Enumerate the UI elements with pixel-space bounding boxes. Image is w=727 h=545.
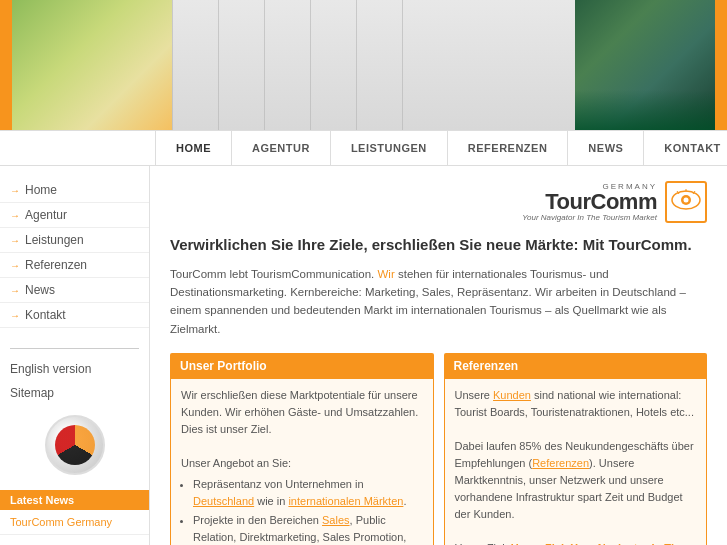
- arrow-icon: →: [10, 235, 20, 246]
- sidebar-divider: [10, 348, 139, 349]
- nav-item-kontakt[interactable]: KONTAKT: [644, 130, 727, 166]
- banner-left-image: [12, 0, 172, 130]
- banner-right-image: [575, 0, 715, 130]
- arrow-icon: →: [10, 285, 20, 296]
- latest-news-bar: Latest News: [0, 490, 149, 510]
- sidebar-item-kontakt[interactable]: → Kontakt: [0, 303, 149, 328]
- arrow-icon: →: [10, 310, 20, 321]
- banner-center: [172, 0, 575, 130]
- arrow-icon: →: [10, 260, 20, 271]
- nav-item-news[interactable]: NEWS: [568, 130, 644, 166]
- sitemap-link[interactable]: Sitemap: [0, 381, 149, 405]
- portfolio-list-item-2: Projekte in den Bereichen Sales, Public …: [193, 512, 423, 545]
- hero-body-highlight: Wir: [378, 268, 395, 280]
- tourcomm-tagline: Your Navigator In The Tourism Market: [522, 213, 657, 222]
- hero-title: Verwirklichen Sie Ihre Ziele, erschließe…: [170, 235, 707, 255]
- hero-body-text1: TourComm lebt TourismCommunication.: [170, 268, 374, 280]
- sidebar-item-news[interactable]: → News: [0, 278, 149, 303]
- banner-orange-right: [715, 0, 727, 130]
- content-area: GERMANY TourComm Your Navigator In The T…: [150, 166, 727, 545]
- portfolio-box: Unser Portfolio Wir erschließen diese Ma…: [170, 353, 434, 545]
- arrow-icon: →: [10, 210, 20, 221]
- ref-body-2: Dabei laufen 85% des Neukundengeschäfts …: [455, 440, 694, 520]
- referenzen-content: Unsere Kunden sind national wie internat…: [444, 379, 708, 545]
- nav-item-home[interactable]: HOME: [155, 130, 232, 166]
- sidebar-item-referenzen[interactable]: → Referenzen: [0, 253, 149, 278]
- nav-item-agentur[interactable]: AGENTUR: [232, 130, 331, 166]
- portfolio-list-item-1: Repräsentanz von Unternehmen in Deutschl…: [193, 476, 423, 510]
- arrow-icon: →: [10, 185, 20, 196]
- sidebar-item-home[interactable]: → Home: [0, 178, 149, 203]
- main-layout: → Home → Agentur → Leistungen → Referenz…: [0, 166, 727, 545]
- portfolio-header: Unser Portfolio: [170, 353, 434, 379]
- nav-bar: HOME AGENTUR LEISTUNGEN REFERENZEN NEWS …: [0, 130, 727, 166]
- two-col-grid: Unser Portfolio Wir erschließen diese Ma…: [170, 353, 707, 545]
- tourcomm-logo: GERMANY TourComm Your Navigator In The T…: [170, 181, 707, 223]
- header-banner: [0, 0, 727, 130]
- hero-body: TourComm lebt TourismCommunication. Wir …: [170, 265, 707, 339]
- sidebar-logo-area: [0, 405, 149, 485]
- nav-item-leistungen[interactable]: LEISTUNGEN: [331, 130, 448, 166]
- quality-logo: [45, 415, 105, 475]
- svg-point-2: [684, 197, 689, 202]
- referenzen-header: Referenzen: [444, 353, 708, 379]
- sidebar: → Home → Agentur → Leistungen → Referenz…: [0, 166, 150, 545]
- portfolio-intro: Wir erschließen diese Marktpotentiale fü…: [181, 389, 418, 435]
- banner-orange-left: [0, 0, 12, 130]
- tourcomm-icon-box: [665, 181, 707, 223]
- sidebar-item-agentur[interactable]: → Agentur: [0, 203, 149, 228]
- nav-item-referenzen[interactable]: REFERENZEN: [448, 130, 569, 166]
- quality-logo-inner: [55, 425, 95, 465]
- referenzen-box: Referenzen Unsere Kunden sind national w…: [444, 353, 708, 545]
- sidebar-item-leistungen[interactable]: → Leistungen: [0, 228, 149, 253]
- eye-navigator-icon: [671, 189, 701, 216]
- news-item[interactable]: TourComm Germany: [0, 510, 149, 535]
- tourcomm-name: TourComm: [522, 191, 657, 213]
- ref-body-1: Unsere Kunden sind national wie internat…: [455, 389, 694, 418]
- portfolio-list: Repräsentanz von Unternehmen in Deutschl…: [193, 476, 423, 545]
- tourcomm-text: GERMANY TourComm Your Navigator In The T…: [522, 182, 657, 222]
- portfolio-content: Wir erschließen diese Marktpotentiale fü…: [170, 379, 434, 545]
- sidebar-nav: → Home → Agentur → Leistungen → Referenz…: [0, 178, 149, 328]
- portfolio-angebot: Unser Angebot an Sie:: [181, 457, 291, 469]
- english-version-link[interactable]: English version: [0, 357, 149, 381]
